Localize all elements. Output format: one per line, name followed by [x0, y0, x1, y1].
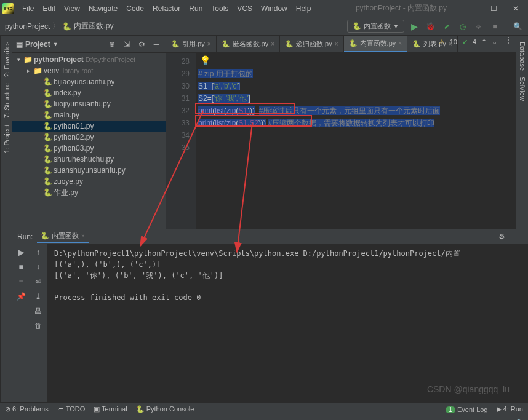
- maximize-button[interactable]: ☐: [484, 2, 503, 15]
- toolbar: pythonProject 〉 🐍 内置函数.py 🐍内置函数▼ ▶ 🐞 ⬈ ◷…: [0, 17, 528, 36]
- trash-icon[interactable]: 🗑: [33, 320, 44, 331]
- main-area: 1: Project7: Structure2: Favorites ▤ Pro…: [0, 36, 528, 229]
- editor-tab[interactable]: 🐍匿名函数.py×: [217, 36, 281, 52]
- tree-file[interactable]: 🐍suanshuyunsuanfu.py: [12, 165, 166, 176]
- menu-bar: FileEditViewNavigateCodeRefactorRunTools…: [18, 2, 314, 15]
- tree-root[interactable]: ▾📁 pythonProject D:\pythonProject: [12, 54, 166, 65]
- tree-file[interactable]: 🐍bijiaoyunsuanfu.py: [12, 76, 166, 87]
- status-bar: ☐ PyCharm 2020.2.5 available ... (1 hour…: [0, 416, 528, 420]
- python-icon: 🐍: [62, 22, 71, 31]
- wrap-icon[interactable]: ⏎: [33, 276, 44, 287]
- run-coverage-button[interactable]: ⬈: [441, 21, 452, 32]
- event-log-tab[interactable]: 1 Event Log: [446, 406, 487, 413]
- tree-file[interactable]: 🐍shuruheshuchu.py: [12, 154, 166, 165]
- tree-file[interactable]: 🐍index.py: [12, 87, 166, 98]
- attach-button[interactable]: ⎆: [473, 21, 484, 32]
- menu-code[interactable]: Code: [122, 2, 148, 15]
- warning-icon: ⚠: [439, 38, 445, 46]
- tree-file[interactable]: 🐍main.py: [12, 109, 166, 121]
- left-tool-strip: 1: Project7: Structure2: Favorites: [0, 36, 12, 229]
- stop-run-button[interactable]: ■: [15, 261, 26, 272]
- run-hide-button[interactable]: ─: [512, 231, 523, 242]
- pin-icon[interactable]: 📌: [15, 291, 26, 302]
- down-icon[interactable]: ↓: [33, 261, 44, 272]
- layout-button[interactable]: ≡: [15, 276, 26, 287]
- editor-tab[interactable]: 🐍引用.py×: [166, 36, 217, 52]
- check-icon: ✔: [462, 38, 468, 46]
- strip-Database[interactable]: Database: [519, 42, 526, 71]
- profile-button[interactable]: ◷: [457, 21, 468, 32]
- locate-icon[interactable]: ⊕: [106, 39, 118, 50]
- breadcrumb-root[interactable]: pythonProject: [5, 22, 50, 31]
- code-editor[interactable]: 💡 2829303132333435 # zip 用于打包的S1=['a','b…: [166, 53, 516, 229]
- close-button[interactable]: ✕: [506, 2, 526, 15]
- titlebar: PC FileEditViewNavigateCodeRefactorRunTo…: [0, 0, 528, 17]
- editor-tab[interactable]: 🐍内置函数.py×: [344, 36, 408, 52]
- run-label: Run:: [17, 232, 33, 241]
- tab-list-icon[interactable]: ⋮: [501, 36, 516, 52]
- menu-navigate[interactable]: Navigate: [85, 2, 121, 15]
- menu-edit[interactable]: Edit: [39, 2, 59, 15]
- python-console-tab[interactable]: 🐍 Python Console: [136, 405, 194, 413]
- todo-tab[interactable]: ≔ TODO: [57, 405, 85, 413]
- bottom-toolbar: ⊘ 6: Problems ≔ TODO ▣ Terminal 🐍 Python…: [0, 402, 528, 416]
- run-gear-icon[interactable]: ⚙: [496, 231, 507, 242]
- tree-file[interactable]: 🐍python03.py: [12, 143, 166, 154]
- menu-window[interactable]: Window: [257, 2, 291, 15]
- breadcrumb-file[interactable]: 内置函数.py: [74, 21, 113, 31]
- hide-panel-button[interactable]: ─: [151, 39, 162, 50]
- window-title: pythonProject - 内置函数.py: [356, 3, 459, 14]
- run-side-toolbar: ▶ ■ ≡ 📌: [12, 244, 30, 402]
- menu-view[interactable]: View: [60, 2, 84, 15]
- strip-SciView[interactable]: SciView: [519, 77, 526, 101]
- left-strip-lower: [0, 229, 12, 402]
- strip-1Project[interactable]: 1: Project: [3, 124, 10, 153]
- gear-icon[interactable]: ⚙: [136, 39, 147, 50]
- terminal-tab[interactable]: ▣ Terminal: [94, 405, 127, 413]
- search-everywhere-button[interactable]: 🔍: [512, 21, 523, 32]
- problems-tab[interactable]: ⊘ 6: Problems: [5, 405, 49, 413]
- project-panel-header: ▤ Project ▼ ⊕ ⇲ ⚙ ─: [12, 36, 166, 53]
- run-panel-header: Run: 🐍内置函数 × ⚙ ─: [12, 229, 528, 244]
- run-button[interactable]: ▶: [409, 21, 420, 32]
- project-panel: ▤ Project ▼ ⊕ ⇲ ⚙ ─ ▾📁 pythonProject D:\…: [12, 36, 166, 229]
- strip-2Favorites[interactable]: 2: Favorites: [3, 42, 10, 77]
- console-output[interactable]: D:\pythonProject1\pythonProject\venv\Scr…: [47, 244, 528, 402]
- scroll-icon[interactable]: ⤓: [33, 291, 44, 302]
- line-gutter[interactable]: 2829303132333435: [166, 53, 196, 229]
- run-tab[interactable]: 🐍内置函数 ×: [37, 230, 89, 243]
- debug-button[interactable]: 🐞: [425, 21, 436, 32]
- stop-button[interactable]: ■: [489, 21, 500, 32]
- menu-refactor[interactable]: Refactor: [149, 2, 184, 15]
- minimize-button[interactable]: ─: [462, 2, 481, 15]
- run-panel: Run: 🐍内置函数 × ⚙ ─ ▶ ■ ≡ 📌 ↑ ↓ ⏎ ⤓ 🖶: [0, 229, 528, 402]
- menu-file[interactable]: File: [18, 2, 38, 15]
- tree-file[interactable]: 🐍zuoye.py: [12, 176, 166, 187]
- tree-file[interactable]: 🐍luojiyunsuanfu.py: [12, 98, 166, 109]
- project-tree[interactable]: ▾📁 pythonProject D:\pythonProject ▸📁 ven…: [12, 53, 166, 229]
- menu-help[interactable]: Help: [292, 2, 315, 15]
- editor-tab[interactable]: 🐍递归函数.py×: [280, 36, 344, 52]
- run-bottom-tab[interactable]: ▶ 4: Run: [497, 405, 523, 413]
- right-tool-strip: DatabaseSciView: [516, 36, 528, 229]
- tree-file[interactable]: 🐍python02.py: [12, 132, 166, 143]
- strip-7Structure[interactable]: 7: Structure: [3, 83, 10, 118]
- menu-run[interactable]: Run: [185, 2, 206, 15]
- up-icon[interactable]: ↑: [33, 247, 44, 258]
- expand-icon[interactable]: ⇲: [121, 39, 132, 50]
- run-config-selector[interactable]: 🐍内置函数▼: [347, 20, 404, 33]
- print-icon[interactable]: 🖶: [33, 306, 44, 317]
- pycharm-logo: PC: [2, 3, 14, 14]
- rerun-button[interactable]: ▶: [15, 247, 26, 258]
- breadcrumb: pythonProject 〉 🐍 内置函数.py: [5, 21, 113, 31]
- run-side-toolbar-2: ↑ ↓ ⏎ ⤓ 🖶 🗑: [30, 244, 47, 402]
- tree-file[interactable]: 🐍python01.py: [12, 121, 166, 132]
- tree-file[interactable]: 🐍作业.py: [12, 187, 166, 198]
- menu-vcs[interactable]: VCS: [233, 2, 256, 15]
- project-view-icon: ▤: [16, 40, 23, 49]
- menu-tools[interactable]: Tools: [207, 2, 232, 15]
- editor-area: 🐍引用.py×🐍匿名函数.py×🐍递归函数.py×🐍内置函数.py×🐍列表.py…: [166, 36, 516, 229]
- editor-inspection[interactable]: ⚠10 ✔4 ⌃⌄: [439, 38, 497, 46]
- tree-venv[interactable]: ▸📁 venv library root: [12, 65, 166, 76]
- code-content[interactable]: # zip 用于打包的S1=['a','b','c']S2=['你','我','…: [196, 53, 516, 229]
